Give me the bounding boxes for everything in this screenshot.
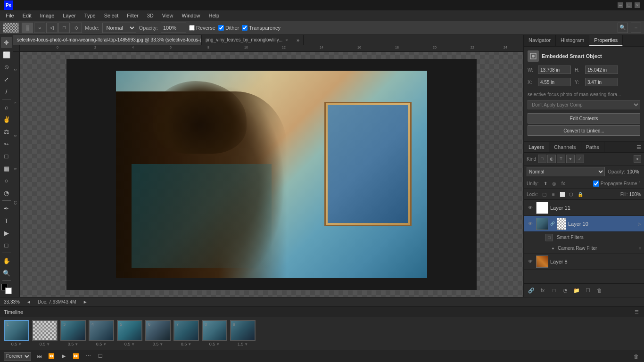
delete-frame-button[interactable]: 🗑 [632, 352, 640, 361]
gradient-diamond-btn[interactable]: ◇ [71, 23, 82, 33]
tab-channels[interactable]: Channels [549, 142, 581, 152]
menu-image[interactable]: Image [36, 12, 58, 19]
menu-filter[interactable]: Filter [123, 12, 142, 19]
propagate-checkbox[interactable] [593, 181, 599, 187]
clone-tool[interactable]: ⚖ [1, 126, 12, 137]
lock-position-icon[interactable]: ⬜ [559, 190, 566, 198]
delete-layer-button[interactable]: 🗑 [594, 286, 604, 295]
new-group-button[interactable]: 📁 [572, 286, 581, 295]
new-layer-button[interactable]: ☐ [583, 286, 593, 295]
add-mask-button[interactable]: □ [549, 286, 559, 295]
frame-dur-drop-5[interactable]: ▼ [131, 342, 135, 346]
gradient-radial-btn[interactable]: ○ [34, 23, 45, 33]
layer-item-11[interactable]: 👁 Layer 11 [524, 200, 644, 216]
tab-secondary-file[interactable]: png_viny_leaves_by_moonglowlilly... × [202, 35, 293, 45]
tab-navigator[interactable]: Navigator [524, 35, 556, 46]
frame-item-6[interactable]: 6 0.5 ▼ [145, 320, 171, 346]
unify-style-icon[interactable]: fx [560, 180, 567, 187]
filter-item-camera-raw[interactable]: ● Camera Raw Filter ≡ [524, 243, 644, 254]
prev-frame-button[interactable]: ⏪ [47, 352, 56, 361]
tween-button[interactable]: ⋯ [84, 352, 92, 361]
menu-edit[interactable]: Edit [19, 12, 35, 19]
new-adjustment-button[interactable]: ◔ [561, 286, 570, 295]
move-tool[interactable]: ✥ [1, 37, 12, 48]
shape-tool[interactable]: □ [1, 239, 12, 251]
search-button[interactable]: 🔍 [618, 23, 628, 33]
opacity-input[interactable] [161, 23, 186, 33]
brush-preview[interactable] [3, 23, 19, 33]
unify-position-icon[interactable]: ⬆ [542, 180, 549, 187]
frame-item-7[interactable]: 7 0.5 ▼ [173, 320, 199, 346]
tab-layers[interactable]: Layers [524, 142, 549, 152]
convert-linked-button[interactable]: Convert to Linked... [528, 125, 640, 136]
layout-button[interactable]: ≡ [631, 23, 641, 33]
crop-tool[interactable]: ⤢ [1, 74, 12, 85]
frame-item-5[interactable]: 5 0.5 ▼ [117, 320, 142, 346]
edit-contents-button[interactable]: Edit Contents [528, 113, 640, 123]
menu-help[interactable]: Help [205, 12, 223, 19]
filter-toggle[interactable]: ● [634, 155, 641, 163]
menu-type[interactable]: Type [81, 12, 99, 19]
menu-view[interactable]: View [158, 12, 177, 19]
frame-dur-drop-4[interactable]: ▼ [103, 342, 107, 346]
status-right-arrow[interactable]: ► [82, 299, 89, 305]
layer-item-8[interactable]: 👁 Layer 8 [524, 254, 644, 270]
minimize-button[interactable]: ─ [618, 2, 623, 8]
frame-item-2[interactable]: 2 0.5 ▼ [32, 320, 58, 346]
mode-select[interactable]: Normal Dissolve Multiply [102, 23, 136, 33]
menu-select[interactable]: Select [100, 12, 123, 19]
layer-item-10[interactable]: 👁 🔗 Layer 10 ▷ [524, 216, 644, 232]
first-frame-button[interactable]: ⏮ [35, 352, 43, 361]
color-swatches[interactable] [1, 284, 12, 294]
gradient-linear-btn[interactable]: ░ [22, 23, 33, 33]
frame-item-9[interactable]: 9 1.5 ▼ [230, 320, 256, 346]
menu-file[interactable]: File [2, 12, 18, 19]
layer-11-visibility[interactable]: 👁 [527, 204, 534, 212]
menu-layer[interactable]: Layer [59, 12, 80, 19]
reverse-checkbox[interactable] [189, 25, 195, 31]
dither-checkbox[interactable] [218, 25, 224, 31]
dodge-tool[interactable]: ◔ [1, 187, 12, 198]
lasso-tool[interactable]: ⦸ [1, 61, 12, 73]
maximize-button[interactable]: □ [626, 2, 632, 8]
layer-comp-select[interactable]: Don't Apply Layer Comp [528, 100, 640, 109]
tab-properties[interactable]: Properties [589, 35, 623, 46]
path-selection-tool[interactable]: ▶ [1, 227, 12, 239]
link-layers-button[interactable]: 🔗 [527, 286, 536, 295]
lock-image-icon[interactable]: ≡ [550, 190, 557, 198]
unify-visibility-icon[interactable]: ◎ [551, 180, 558, 187]
hand-tool[interactable]: ✋ [1, 255, 12, 266]
frame-item-1[interactable]: 1 0.5 ▼ [4, 320, 29, 346]
frame-item-3[interactable]: 3 0.5 ▼ [60, 320, 86, 346]
loop-dropdown[interactable]: Forever Once 3 Times [4, 352, 31, 361]
pen-tool[interactable]: ✒ [1, 203, 12, 214]
tab-secondary-close[interactable]: × [284, 37, 289, 43]
menu-window[interactable]: Window [178, 12, 204, 19]
layer-10-visibility[interactable]: 👁 [527, 220, 534, 228]
y-value[interactable]: 3.47 in [585, 78, 618, 86]
width-value[interactable]: 13.708 in [538, 66, 571, 74]
play-button[interactable]: ▶ [59, 352, 68, 361]
text-tool[interactable]: T [1, 215, 12, 226]
tab-paths[interactable]: Paths [581, 142, 604, 152]
camera-raw-settings[interactable]: ≡ [639, 246, 641, 251]
gradient-tool[interactable]: ▦ [1, 163, 12, 174]
x-value[interactable]: 4.55 in [538, 78, 571, 86]
height-value[interactable]: 15.042 in [585, 66, 618, 74]
filter-shape-icon[interactable]: ♥ [566, 155, 575, 163]
frame-dur-drop-1[interactable]: ▼ [18, 342, 22, 346]
transparency-checkbox[interactable] [242, 25, 248, 31]
gradient-angle-btn[interactable]: ◁ [46, 23, 58, 33]
frame-dur-drop-3[interactable]: ▼ [74, 342, 78, 346]
filter-pixel-icon[interactable]: □ [538, 155, 546, 163]
history-brush-tool[interactable]: ➳ [1, 138, 12, 149]
background-color[interactable] [5, 288, 12, 294]
layer-10-fx-marker[interactable]: ▷ [638, 222, 641, 226]
frame-dur-drop-9[interactable]: ▼ [244, 342, 248, 346]
brush-tool[interactable]: ✌ [1, 114, 12, 125]
gradient-reflected-btn[interactable]: □ [58, 23, 70, 33]
lock-transparent-icon[interactable]: ▢ [541, 190, 548, 198]
healing-tool[interactable]: ⌕ [1, 101, 12, 113]
frame-item-4[interactable]: 4 0.5 ▼ [89, 320, 114, 346]
status-left-arrow[interactable]: ◄ [25, 299, 32, 305]
